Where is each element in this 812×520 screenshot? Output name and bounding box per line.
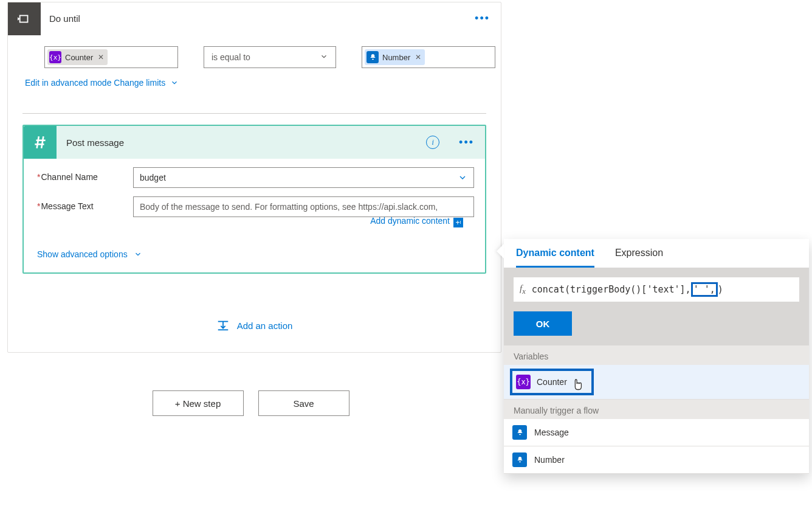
- message-text-input[interactable]: Body of the message to send. For formatt…: [133, 196, 474, 217]
- dynamic-item-message[interactable]: Message: [504, 419, 809, 446]
- plus-icon: +I: [453, 218, 463, 227]
- svg-rect-0: [20, 15, 28, 22]
- card-menu-button[interactable]: •••: [448, 136, 485, 149]
- card-menu-button[interactable]: •••: [464, 12, 501, 25]
- save-button[interactable]: Save: [258, 390, 349, 416]
- fx-icon: fx: [520, 283, 526, 296]
- change-limits-link[interactable]: Change limits: [114, 78, 179, 88]
- token-label: Counter: [65, 53, 93, 62]
- edit-advanced-link[interactable]: Edit in advanced mode: [25, 78, 111, 88]
- cursor-pointer-icon: [571, 378, 584, 394]
- remove-token-icon[interactable]: ✕: [415, 53, 421, 61]
- do-until-card: Do until ••• {x} Counter ✕ is equal to: [7, 2, 501, 353]
- section-trigger: Manually trigger a flow: [504, 400, 809, 419]
- ok-button[interactable]: OK: [514, 311, 572, 336]
- variable-icon: {x}: [49, 51, 61, 63]
- condition-right-field[interactable]: Number ✕: [362, 46, 495, 68]
- channel-select[interactable]: budget: [133, 167, 474, 188]
- trigger-icon: [512, 425, 527, 440]
- chevron-down-icon: [458, 173, 467, 182]
- add-dynamic-content-link[interactable]: Add dynamic content+I: [370, 216, 463, 226]
- variable-icon: {x}: [516, 375, 531, 389]
- post-message-card: Post message i ••• *Channel Name budget …: [22, 125, 486, 274]
- svg-line-4: [41, 136, 43, 148]
- tab-expression[interactable]: Expression: [615, 248, 663, 268]
- tab-dynamic-content[interactable]: Dynamic content: [516, 248, 594, 268]
- post-message-title: Post message: [57, 137, 426, 148]
- channel-label: *Channel Name: [37, 167, 133, 182]
- chevron-down-icon: [134, 250, 142, 258]
- message-label: *Message Text: [37, 196, 133, 211]
- add-action-button[interactable]: Add an action: [216, 319, 293, 332]
- section-variables: Variables: [504, 345, 809, 365]
- chevron-down-icon: [170, 78, 179, 87]
- slack-hash-icon: [24, 126, 57, 159]
- condition-row: {x} Counter ✕ is equal to: [8, 35, 501, 75]
- dynamic-item-number[interactable]: Number: [504, 446, 809, 474]
- show-advanced-options-link[interactable]: Show advanced options: [24, 232, 485, 272]
- dynamic-item-counter[interactable]: {x} Counter: [504, 365, 809, 400]
- do-until-title: Do until: [41, 13, 464, 24]
- expression-input[interactable]: fx concat(triggerBody()['text'],' ',): [514, 277, 799, 302]
- loop-icon: [8, 2, 41, 35]
- condition-left-field[interactable]: {x} Counter ✕: [44, 46, 178, 68]
- token-label: Number: [382, 53, 410, 62]
- remove-token-icon[interactable]: ✕: [98, 53, 104, 61]
- svg-line-3: [37, 136, 39, 148]
- trigger-icon: [512, 452, 527, 467]
- expression-highlight: ' ',: [691, 282, 718, 297]
- dynamic-content-popover: Dynamic content Expression fx concat(tri…: [504, 239, 809, 474]
- chevron-down-icon: [320, 52, 328, 63]
- insert-action-icon: [216, 319, 230, 332]
- trigger-icon: [366, 51, 379, 63]
- new-step-button[interactable]: + New step: [153, 390, 244, 416]
- info-icon[interactable]: i: [426, 136, 439, 149]
- operator-select[interactable]: is equal to: [204, 46, 336, 68]
